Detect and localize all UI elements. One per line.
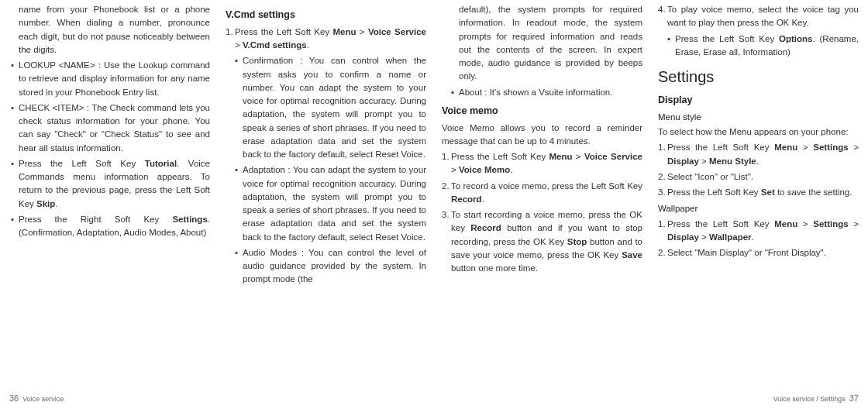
text: > <box>849 219 859 229</box>
key-label: Menu <box>549 152 573 161</box>
key-label: Save <box>622 250 642 259</box>
subsection-heading: Wallpaper <box>658 202 859 215</box>
text: Press the Left Soft Key <box>675 34 779 43</box>
text: To record a voice memo, press the Left S… <box>451 181 642 191</box>
key-label: Voice Service <box>368 27 426 36</box>
key-label: Skip <box>36 199 55 208</box>
step-number: 4. <box>658 3 666 16</box>
key-label: Menu <box>774 143 797 152</box>
subsection-heading: Menu style <box>658 111 859 124</box>
step-item: 2. Select "Icon" or "List". <box>658 170 859 184</box>
step-item: 1. Press the Left Soft Key Menu > Voice … <box>442 150 642 177</box>
key-label: Tutorial <box>145 159 177 168</box>
footer-right: Voice service / Settings 37 <box>773 392 859 405</box>
key-label: Wallpaper <box>709 232 752 242</box>
manual-spread: name from your Phonebook list or a phone… <box>0 0 868 409</box>
text: Press the Right Soft Key <box>19 215 172 224</box>
key-label: Display <box>667 156 699 166</box>
page-number-right: 37 <box>849 394 859 403</box>
page-number-left: 36 <box>9 394 19 403</box>
footer-label-right: Voice service / Settings <box>773 395 846 403</box>
key-label: Menu <box>774 219 797 229</box>
step-number: 3. <box>658 186 666 199</box>
text: button one more time. <box>451 263 538 273</box>
step-item: 3. To start recording a voice memo, pres… <box>442 208 642 275</box>
list-item: Confirmation : You can control when the … <box>226 54 426 161</box>
text: . <box>55 199 57 208</box>
text: Press the Left Soft Key <box>235 27 333 36</box>
key-label: Display <box>667 232 699 242</box>
list-item: Adaptation : You can adapt the system to… <box>226 163 426 244</box>
list-item: Press the Left Soft Key Options. (Rename… <box>658 33 859 60</box>
text: to save the setting. <box>775 187 852 197</box>
text: > <box>356 27 368 36</box>
text: To play voice memo, select the voice tag… <box>667 5 859 27</box>
text: > <box>573 152 584 161</box>
list-item: Audio Modes : You can control the level … <box>226 246 426 287</box>
step-item: 2. To record a voice memo, press the Lef… <box>442 180 642 207</box>
text: . <box>482 194 484 204</box>
step-number: 2. <box>658 246 666 259</box>
key-label: Menu Style <box>709 156 756 166</box>
text: > <box>699 232 709 242</box>
key-label: V.Cmd settings <box>243 40 307 50</box>
key-label: Set <box>761 187 775 197</box>
text: Press the Left Soft Key <box>667 143 774 152</box>
text: Press the Left Soft Key <box>19 159 145 168</box>
text: > <box>849 143 859 152</box>
key-label: Settings <box>172 215 207 224</box>
footer-label-left: Voice service <box>22 395 64 403</box>
key-label: Settings <box>813 219 848 229</box>
section-heading: Display <box>658 93 859 108</box>
list-item: Press the Right Soft Key Settings. (Conf… <box>9 213 210 240</box>
text: Press the Left Soft Key <box>451 152 549 161</box>
list-item: Press the Left Soft Key Tutorial. Voice … <box>9 157 210 211</box>
step-item: 1. Press the Left Soft Key Menu > Settin… <box>658 218 859 245</box>
text: > <box>235 40 243 50</box>
section-heading: Voice memo <box>442 104 642 119</box>
text: > <box>699 156 709 166</box>
column-1: name from your Phonebook list or a phone… <box>9 0 210 409</box>
section-heading: V.Cmd settings <box>226 8 426 22</box>
text: . <box>307 40 309 50</box>
footer-left: 36 Voice service <box>9 392 64 405</box>
step-number: 1. <box>226 26 233 39</box>
key-label: Stop <box>567 237 587 246</box>
text: Select "Main Display" or "Front Display"… <box>667 248 826 257</box>
text: Press the Left Soft Key <box>667 187 761 197</box>
step-number: 1. <box>442 150 450 163</box>
column-4: 4. To play voice memo, select the voice … <box>658 0 859 409</box>
text: > <box>797 219 813 229</box>
body-text: name from your Phonebook list or a phone… <box>9 3 210 57</box>
text: . <box>756 156 759 166</box>
step-number: 1. <box>658 218 666 231</box>
step-item: 3. Press the Left Soft Key Set to save t… <box>658 186 859 199</box>
text: > <box>797 143 813 152</box>
key-label: Options <box>779 34 812 43</box>
text: Press the Left Soft Key <box>667 219 774 229</box>
key-label: Record <box>470 223 501 232</box>
body-text: To select how the Menu appears on your p… <box>658 125 859 139</box>
text: . <box>752 232 754 242</box>
key-label: Record <box>451 194 482 204</box>
text: Select "Icon" or "List". <box>667 172 753 181</box>
step-number: 2. <box>442 180 450 193</box>
body-text: Voice Memo allows you to record a remind… <box>442 122 642 149</box>
body-text: default), the system prompts for require… <box>442 3 642 84</box>
list-item: LOOKUP <NAME> : Use the Lookup command t… <box>9 59 210 99</box>
step-item: 1. Press the Left Soft Key Menu > Settin… <box>658 141 859 168</box>
step-number: 2. <box>658 170 666 184</box>
list-item: CHECK <ITEM> : The Check command lets yo… <box>9 101 210 155</box>
key-label: Voice Memo <box>459 165 510 174</box>
key-label: Voice Service <box>584 152 642 161</box>
list-item: About : It's shown a Vsuite information. <box>442 86 642 99</box>
step-item: 1. Press the Left Soft Key Menu > Voice … <box>226 26 426 53</box>
text: . <box>510 165 512 174</box>
column-2: V.Cmd settings 1. Press the Left Soft Ke… <box>226 0 426 409</box>
step-item: 4. To play voice memo, select the voice … <box>658 3 859 30</box>
step-number: 1. <box>658 141 666 154</box>
step-item: 2. Select "Main Display" or "Front Displ… <box>658 246 859 259</box>
key-label: Menu <box>333 27 356 36</box>
text: > <box>451 165 459 174</box>
column-3: default), the system prompts for require… <box>442 0 642 409</box>
